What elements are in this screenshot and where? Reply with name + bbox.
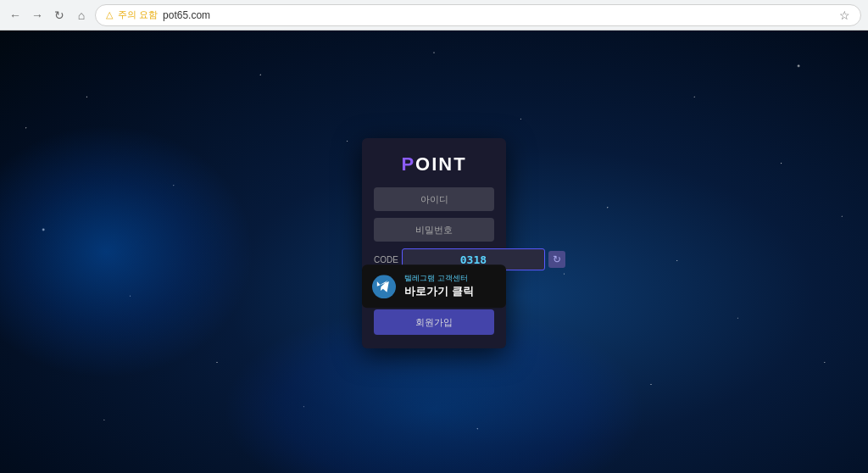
telegram-icon (372, 275, 396, 298)
url-text: pot65.com (163, 9, 210, 21)
home-button[interactable]: ⌂ (73, 7, 90, 24)
register-button[interactable]: 회원가입 (374, 309, 494, 335)
logo-text: POINT (401, 153, 466, 175)
logo-p: P (401, 153, 415, 175)
code-label: CODE (374, 255, 398, 264)
bookmark-icon[interactable]: ☆ (839, 8, 850, 22)
forward-button[interactable]: → (29, 7, 46, 24)
browser-chrome: ← → ↻ ⌂ △ 주의 요함 pot65.com ☆ (0, 0, 868, 31)
login-panel: POINT CODE ↻ 로그인 회원가입 (362, 138, 506, 348)
id-input[interactable] (374, 187, 494, 211)
back-button[interactable]: ← (7, 7, 24, 24)
warning-icon: △ (106, 9, 113, 20)
code-refresh-button[interactable]: ↻ (548, 251, 565, 268)
telegram-main-line: 바로가기 클릭 (404, 284, 474, 299)
telegram-banner[interactable]: 텔레그램 고객센터 바로가기 클릭 (362, 264, 506, 308)
telegram-top-line: 텔레그램 고객센터 (404, 273, 474, 284)
telegram-text: 텔레그램 고객센터 바로가기 클릭 (404, 273, 474, 299)
logo-area: POINT (374, 153, 494, 175)
reload-button[interactable]: ↻ (51, 7, 68, 24)
address-bar[interactable]: △ 주의 요함 pot65.com ☆ (95, 4, 861, 26)
warning-text: 주의 요함 (118, 8, 158, 21)
logo-rest: OINT (415, 153, 467, 175)
password-input[interactable] (374, 218, 494, 242)
page-background: POINT CODE ↻ 로그인 회원가입 텔레그램 고객센터 바로가기 클릭 (0, 31, 868, 473)
